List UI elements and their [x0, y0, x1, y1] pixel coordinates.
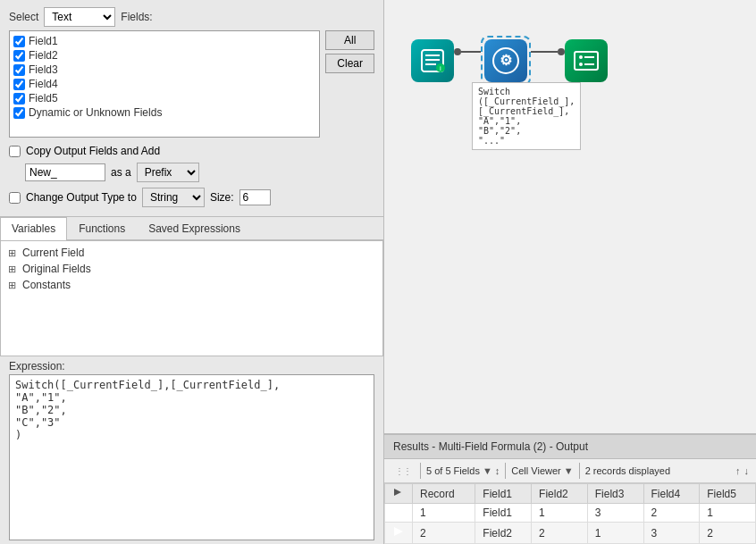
- tree-label-current-field: Current Field: [22, 247, 84, 259]
- table-row: 2 Field2 2 1 3 2: [385, 523, 756, 544]
- records-count-text: 2 records displayed: [585, 465, 670, 476]
- cell-r1-field5: 1: [700, 504, 756, 523]
- tree-item-constants[interactable]: ⊞ Constants: [8, 277, 375, 293]
- tab-saved-expressions[interactable]: Saved Expressions: [137, 217, 252, 239]
- canvas-area[interactable]: i ⚙: [384, 0, 756, 434]
- field1-label: Field1: [29, 35, 58, 47]
- new-prefix-input[interactable]: [25, 163, 105, 181]
- list-item: Field5: [13, 92, 315, 105]
- switch-tooltip: Switch ([_CurrentField_], [_CurrentField…: [472, 82, 581, 150]
- svg-point-10: [579, 63, 583, 66]
- list-item: Field2: [13, 49, 315, 62]
- scroll-down-arrow[interactable]: ↓: [744, 465, 750, 476]
- right-panel: i ⚙: [384, 0, 756, 544]
- col-header-field3[interactable]: Field3: [587, 484, 643, 504]
- cell-r1-field2: 1: [532, 504, 588, 523]
- field2-label: Field2: [29, 49, 58, 62]
- clear-button[interactable]: Clear: [325, 54, 374, 73]
- formula-node-icon: ⚙: [484, 39, 527, 82]
- tree-label-constants: Constants: [22, 279, 71, 291]
- tab-functions[interactable]: Functions: [67, 217, 137, 239]
- copy-output-row: Copy Output Fields and Add: [9, 145, 374, 157]
- divider3: [579, 463, 580, 479]
- cell-r1-field1: Field1: [475, 504, 532, 523]
- tab-variables[interactable]: Variables: [0, 217, 67, 240]
- node-formula[interactable]: ⚙ Switch ([_CurrentField_], [_CurrentFie…: [481, 36, 531, 86]
- col-header-field1[interactable]: Field1: [475, 484, 532, 504]
- tab-content-variables: ⊞ Current Field ⊞ Original Fields ⊞ Cons…: [0, 240, 383, 356]
- expression-box[interactable]: Switch([_CurrentField_],[_CurrentField_]…: [9, 374, 374, 540]
- cell-r2-field3: 1: [587, 523, 643, 544]
- results-panel: Results - Multi-Field Formula (2) - Outp…: [384, 434, 756, 544]
- all-button[interactable]: All: [325, 30, 374, 50]
- cell-r2-field5: 2: [700, 523, 756, 544]
- tree-item-current-field[interactable]: ⊞ Current Field: [8, 245, 375, 261]
- list-item: Field4: [13, 78, 315, 90]
- field5-checkbox[interactable]: [13, 93, 25, 105]
- col-header-field2[interactable]: Field2: [532, 484, 588, 504]
- fields-buttons: All Clear: [325, 30, 374, 138]
- dynamic-fields-label: Dynamic or Unknown Fields: [29, 106, 162, 119]
- fields-dropdown-arrow[interactable]: ▼: [483, 465, 492, 476]
- cell-viewer-text: Cell Viewer: [511, 465, 560, 476]
- fields-list: Field1 Field2 Field3 Field4 Field5 Dynam…: [9, 30, 320, 138]
- cell-record-2: 2: [413, 523, 475, 544]
- row-indicator: [385, 504, 413, 523]
- results-header: Results - Multi-Field Formula (2) - Outp…: [384, 435, 756, 459]
- cell-record-1: 1: [413, 504, 475, 523]
- svg-text:i: i: [440, 64, 441, 72]
- table-row: 1 Field1 1 3 2 1: [385, 504, 756, 523]
- field2-checkbox[interactable]: [13, 50, 25, 62]
- col-header-field4[interactable]: Field4: [643, 484, 700, 504]
- expression-section: Expression: Switch([_CurrentField_],[_Cu…: [0, 356, 383, 544]
- fields-count-group: 5 of 5 Fields ▼ ↕: [426, 465, 500, 476]
- copy-output-checkbox[interactable]: [9, 146, 21, 157]
- field3-label: Field3: [29, 63, 58, 76]
- output-type-dropdown[interactable]: String Int: [142, 188, 205, 207]
- size-label: Size:: [210, 191, 234, 204]
- field3-checkbox[interactable]: [13, 64, 25, 76]
- node-output[interactable]: [565, 39, 608, 82]
- list-item: Field3: [13, 63, 315, 76]
- row-active-indicator: [385, 523, 413, 544]
- col-header-indicator: [385, 484, 413, 504]
- expand-icon: ⊞: [8, 280, 19, 291]
- left-panel: Select Text Fields: Field1 Field2 Field3…: [0, 0, 384, 544]
- as-a-label: as a: [111, 166, 131, 179]
- change-output-row: Change Output Type to String Int Size:: [9, 188, 374, 207]
- prefix-row: as a Prefix Suffix: [9, 163, 374, 182]
- select-row: Select Text Fields:: [0, 0, 383, 30]
- prefix-dropdown[interactable]: Prefix Suffix: [137, 163, 199, 182]
- list-item: Dynamic or Unknown Fields: [13, 106, 315, 119]
- scroll-up-arrow[interactable]: ↑: [735, 465, 741, 476]
- field4-checkbox[interactable]: [13, 79, 25, 90]
- size-input[interactable]: [239, 189, 271, 205]
- svg-text:⚙: ⚙: [500, 53, 512, 68]
- select-type-dropdown[interactable]: Text: [44, 7, 115, 27]
- viewer-dropdown-arrow[interactable]: ▼: [564, 465, 574, 476]
- options-section: Copy Output Fields and Add as a Prefix S…: [0, 141, 383, 216]
- svg-rect-8: [575, 52, 598, 70]
- tree-item-original-fields[interactable]: ⊞ Original Fields: [8, 261, 375, 277]
- field1-checkbox[interactable]: [13, 36, 25, 47]
- drag-handle[interactable]: ⋮⋮: [391, 464, 415, 478]
- workflow: i ⚙: [411, 36, 608, 86]
- col-header-record[interactable]: Record: [413, 484, 475, 504]
- expression-label: Expression:: [9, 360, 374, 372]
- field5-label: Field5: [29, 92, 58, 105]
- svg-marker-13: [394, 489, 401, 496]
- cell-r1-field4: 2: [643, 504, 700, 523]
- svg-point-9: [579, 55, 583, 59]
- node-selected-border: ⚙: [481, 36, 531, 86]
- tabs-container: Variables Functions Saved Expressions ⊞ …: [0, 216, 383, 356]
- fields-section: Field1 Field2 Field3 Field4 Field5 Dynam…: [0, 30, 383, 141]
- change-output-checkbox[interactable]: [9, 192, 21, 204]
- col-header-field5[interactable]: Field5: [700, 484, 756, 504]
- select-label: Select: [9, 11, 38, 23]
- fields-label: Fields:: [121, 11, 152, 23]
- fields-count-text: 5 of 5 Fields: [426, 465, 480, 476]
- fields-sort-arrow[interactable]: ↕: [495, 465, 500, 476]
- dynamic-fields-checkbox[interactable]: [13, 107, 25, 119]
- cell-r2-field4: 3: [643, 523, 700, 544]
- node-input[interactable]: i: [411, 39, 454, 82]
